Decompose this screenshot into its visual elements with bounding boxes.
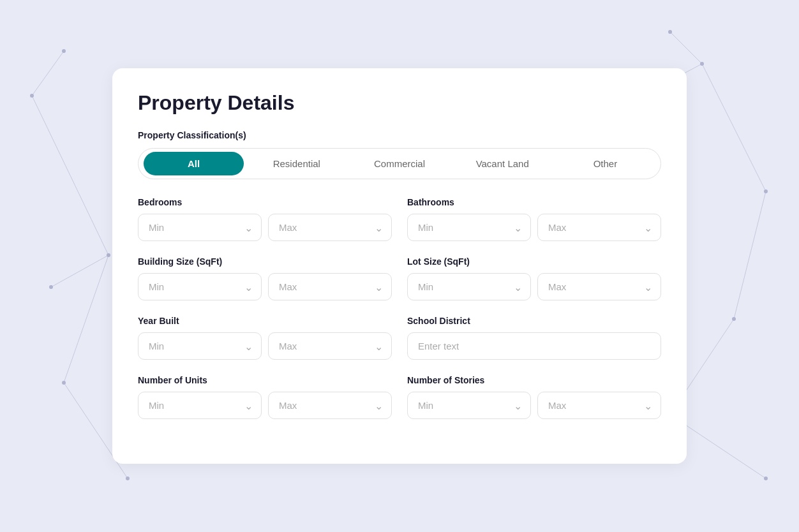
svg-line-0 bbox=[32, 96, 108, 255]
svg-point-14 bbox=[62, 49, 66, 53]
bathrooms-min-select[interactable]: Min bbox=[407, 214, 531, 241]
year-built-min-select[interactable]: Min bbox=[138, 332, 262, 360]
school-district-input[interactable] bbox=[407, 332, 661, 360]
svg-point-19 bbox=[732, 317, 736, 321]
bedrooms-max-select[interactable]: Max bbox=[268, 214, 392, 241]
tab-other[interactable]: Other bbox=[555, 152, 655, 175]
lot-size-max-select[interactable]: Max bbox=[537, 273, 661, 300]
building-size-group: Building Size (SqFt) Min ⌄ Max ⌄ bbox=[138, 256, 392, 300]
lot-size-max-wrapper: Max ⌄ bbox=[537, 273, 661, 300]
page-title: Property Details bbox=[138, 91, 661, 115]
svg-point-13 bbox=[62, 381, 66, 385]
year-built-label: Year Built bbox=[138, 316, 392, 326]
tab-residential[interactable]: Residential bbox=[246, 152, 347, 175]
year-built-fields: Min ⌄ Max ⌄ bbox=[138, 332, 392, 360]
lot-size-label: Lot Size (SqFt) bbox=[407, 256, 661, 267]
school-district-label: School District bbox=[407, 316, 661, 326]
tab-all[interactable]: All bbox=[144, 152, 244, 175]
bathrooms-min-wrapper: Min ⌄ bbox=[407, 214, 531, 241]
row-year-school: Year Built Min ⌄ Max ⌄ School District bbox=[138, 316, 661, 360]
svg-line-3 bbox=[51, 255, 108, 287]
bathrooms-group: Bathrooms Min ⌄ Max ⌄ bbox=[407, 197, 661, 241]
bathrooms-max-select[interactable]: Max bbox=[537, 214, 661, 241]
row-sizes: Building Size (SqFt) Min ⌄ Max ⌄ Lot Siz… bbox=[138, 256, 661, 300]
bathrooms-max-wrapper: Max ⌄ bbox=[537, 214, 661, 241]
stories-min-select[interactable]: Min bbox=[407, 392, 531, 419]
building-size-label: Building Size (SqFt) bbox=[138, 256, 392, 267]
row-units-stories: Number of Units Min ⌄ Max ⌄ Number of St… bbox=[138, 375, 661, 419]
stories-max-select[interactable]: Max bbox=[537, 392, 661, 419]
bedrooms-fields: Min ⌄ Max ⌄ bbox=[138, 214, 392, 241]
svg-point-22 bbox=[764, 477, 768, 480]
row-bedrooms-bathrooms: Bedrooms Min ⌄ Max ⌄ Bathrooms bbox=[138, 197, 661, 241]
units-max-wrapper: Max ⌄ bbox=[268, 392, 392, 419]
svg-point-15 bbox=[49, 285, 53, 289]
bedrooms-min-wrapper: Min ⌄ bbox=[138, 214, 262, 241]
bedrooms-group: Bedrooms Min ⌄ Max ⌄ bbox=[138, 197, 392, 241]
lot-size-group: Lot Size (SqFt) Min ⌄ Max ⌄ bbox=[407, 256, 661, 300]
school-district-group: School District bbox=[407, 316, 661, 360]
svg-line-6 bbox=[734, 191, 766, 319]
svg-line-2 bbox=[32, 51, 64, 96]
bedrooms-max-wrapper: Max ⌄ bbox=[268, 214, 392, 241]
year-built-group: Year Built Min ⌄ Max ⌄ bbox=[138, 316, 392, 360]
tab-commercial[interactable]: Commercial bbox=[349, 152, 449, 175]
bathrooms-fields: Min ⌄ Max ⌄ bbox=[407, 214, 661, 241]
lot-size-fields: Min ⌄ Max ⌄ bbox=[407, 273, 661, 300]
units-max-select[interactable]: Max bbox=[268, 392, 392, 419]
svg-point-17 bbox=[700, 62, 704, 66]
number-of-units-label: Number of Units bbox=[138, 375, 392, 385]
lot-size-min-wrapper: Min ⌄ bbox=[407, 273, 531, 300]
svg-line-1 bbox=[64, 255, 108, 383]
bathrooms-label: Bathrooms bbox=[407, 197, 661, 207]
svg-point-16 bbox=[126, 477, 130, 480]
svg-point-23 bbox=[668, 30, 672, 34]
building-size-max-wrapper: Max ⌄ bbox=[268, 273, 392, 300]
building-size-fields: Min ⌄ Max ⌄ bbox=[138, 273, 392, 300]
svg-point-18 bbox=[764, 189, 768, 193]
year-built-min-wrapper: Min ⌄ bbox=[138, 332, 262, 360]
units-min-select[interactable]: Min bbox=[138, 392, 262, 419]
svg-line-7 bbox=[670, 32, 702, 64]
number-of-units-group: Number of Units Min ⌄ Max ⌄ bbox=[138, 375, 392, 419]
building-size-max-select[interactable]: Max bbox=[268, 273, 392, 300]
building-size-min-wrapper: Min ⌄ bbox=[138, 273, 262, 300]
building-size-min-select[interactable]: Min bbox=[138, 273, 262, 300]
number-of-stories-fields: Min ⌄ Max ⌄ bbox=[407, 392, 661, 419]
stories-min-wrapper: Min ⌄ bbox=[407, 392, 531, 419]
svg-point-11 bbox=[30, 94, 34, 98]
number-of-stories-group: Number of Stories Min ⌄ Max ⌄ bbox=[407, 375, 661, 419]
stories-max-wrapper: Max ⌄ bbox=[537, 392, 661, 419]
tab-vacant-land[interactable]: Vacant Land bbox=[452, 152, 553, 175]
lot-size-min-select[interactable]: Min bbox=[407, 273, 531, 300]
svg-line-5 bbox=[702, 64, 766, 191]
classification-label: Property Classification(s) bbox=[138, 130, 661, 140]
property-details-card: Property Details Property Classification… bbox=[112, 68, 687, 464]
number-of-stories-label: Number of Stories bbox=[407, 375, 661, 385]
svg-point-12 bbox=[107, 253, 110, 257]
bedrooms-min-select[interactable]: Min bbox=[138, 214, 262, 241]
units-min-wrapper: Min ⌄ bbox=[138, 392, 262, 419]
year-built-max-select[interactable]: Max bbox=[268, 332, 392, 360]
year-built-max-wrapper: Max ⌄ bbox=[268, 332, 392, 360]
classification-tabs: All Residential Commercial Vacant Land O… bbox=[138, 148, 661, 179]
classification-section: Property Classification(s) All Residenti… bbox=[138, 130, 661, 179]
number-of-units-fields: Min ⌄ Max ⌄ bbox=[138, 392, 392, 419]
bedrooms-label: Bedrooms bbox=[138, 197, 392, 207]
